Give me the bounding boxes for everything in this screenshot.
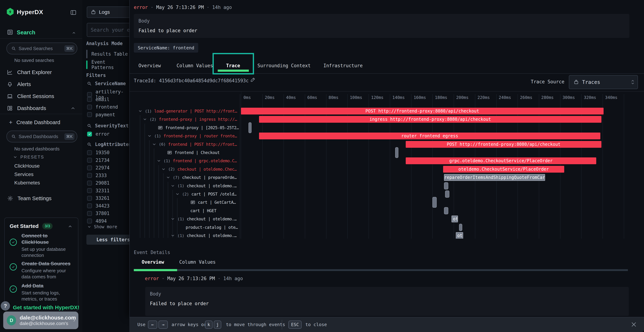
span-bar[interactable]: ot — [452, 216, 458, 222]
show-more-toggle[interactable]: Show more — [87, 224, 117, 229]
search-icon[interactable] — [87, 81, 92, 86]
source-select[interactable]: Logs — [87, 6, 129, 18]
close-icon[interactable] — [630, 321, 638, 328]
filter-option-frontend[interactable]: frontend — [87, 104, 118, 110]
span-marker[interactable] — [444, 207, 448, 214]
tab-overview[interactable]: Overview — [138, 63, 161, 68]
filter-option-email[interactable]: email — [87, 97, 110, 102]
filter-option-21734[interactable]: 21734 — [87, 158, 110, 163]
sidebar-item-alerts[interactable]: Alerts — [0, 78, 82, 90]
help-button[interactable]: ? — [1, 301, 10, 310]
log-event-marker[interactable] — [432, 197, 437, 208]
span-row-checkout-oteldemo[interactable]: (1)checkout | oteldemo.… — [134, 182, 236, 190]
checkbox[interactable] — [87, 97, 92, 102]
filter-option-4894[interactable]: 4894 — [87, 218, 107, 224]
less-filters-button[interactable]: Less filters — [86, 235, 129, 245]
span-bar[interactable]: prepareOrderItemsAndShippingQuoteFromCar… — [444, 174, 545, 181]
span-row-cart-hget[interactable]: cart | HGET — [134, 206, 216, 215]
checkbox[interactable] — [87, 105, 92, 110]
checkbox[interactable] — [87, 158, 92, 162]
get-started-chevron-up-icon[interactable] — [68, 224, 73, 229]
event-details-tab-overview[interactable]: Overview — [142, 260, 164, 265]
checkbox[interactable] — [87, 188, 92, 193]
checkbox[interactable] — [87, 92, 92, 97]
span-row-cart-getcarta[interactable]: cart | GetCartA… — [134, 198, 236, 206]
chevron-down-icon[interactable] — [166, 175, 170, 180]
span-marker[interactable] — [459, 224, 462, 231]
sidebar-item-dashboards[interactable]: Dashboards — [0, 102, 82, 114]
filter-option-error[interactable]: error — [87, 131, 110, 137]
span-bar-error[interactable]: ingress http://frontend-proxy:8080/api/c… — [259, 116, 602, 123]
span-row-cart-post-oteld[interactable]: (2)cart | POST /oteld… — [134, 190, 236, 198]
collapse-sidebar-icon[interactable] — [70, 9, 76, 16]
checkbox[interactable] — [87, 166, 92, 170]
log-event-marker[interactable] — [395, 147, 398, 158]
chevron-down-icon[interactable] — [157, 159, 161, 163]
span-bar[interactable]: ot — [456, 232, 463, 238]
presets-toggle[interactable]: PRESETS — [13, 154, 44, 160]
chevron-down-icon[interactable] — [171, 184, 175, 188]
checkbox[interactable] — [87, 173, 92, 178]
span-row-product-catalog-ote[interactable]: product-catalog | ote… — [134, 223, 238, 232]
tab-infrastructure[interactable]: Infrastructure — [324, 63, 362, 68]
event-search-input[interactable]: Search your ev — [87, 23, 129, 37]
checkbox[interactable] — [87, 218, 92, 224]
checkbox[interactable] — [87, 132, 92, 136]
search-section-chevron-up-icon[interactable] — [71, 31, 76, 35]
chevron-down-icon[interactable] — [148, 134, 152, 138]
tab-surrounding-context[interactable]: Surrounding Context — [258, 63, 310, 68]
filter-option-2333[interactable]: 2333 — [87, 173, 107, 178]
filter-option-32311[interactable]: 32311 — [87, 188, 110, 193]
span-row-frontend-proxy-router[interactable]: (1)frontend-proxy | router fronte… — [134, 132, 237, 140]
checkbox[interactable] — [87, 112, 92, 117]
chevron-down-icon[interactable] — [138, 109, 142, 113]
span-bar-error[interactable]: POST http://frontend-proxy:8080/api/chec… — [406, 141, 602, 148]
span-bar-error[interactable]: grpc.oteldemo.CheckoutService/PlaceOrder — [406, 158, 596, 164]
span-bar-error[interactable]: oteldemo.CheckoutService/PlaceOrder — [443, 166, 564, 172]
checkbox[interactable] — [87, 211, 92, 216]
sidebar-item-search[interactable]: Search — [17, 29, 35, 36]
filter-option-33261[interactable]: 33261 — [87, 196, 110, 201]
checkbox[interactable] — [87, 204, 92, 208]
tab-column-values[interactable]: Column Values — [176, 63, 213, 68]
checkbox[interactable] — [87, 196, 92, 201]
saved-searches-input[interactable]: Saved Searches ⌘K — [6, 42, 77, 54]
sidebar-item-team-settings[interactable]: Team Settings — [7, 195, 52, 202]
service-name-chip[interactable]: ServiceName: frontend — [134, 43, 198, 52]
span-row-checkout-oteldemo[interactable]: (1)checkout | oteldemo.… — [134, 215, 236, 223]
span-row-checkout-oteldemo-chec[interactable]: (2)checkout | oteldemo.Chec… — [134, 165, 237, 173]
analysis-mode-results-table[interactable]: Results Table — [86, 50, 128, 58]
create-dashboard-button[interactable]: + Create Dashboard — [9, 119, 60, 126]
filter-option-payment[interactable]: payment — [87, 112, 115, 117]
user-menu[interactable]: D dale@clickhouse.com dale@clickhouse.co… — [3, 312, 78, 329]
preset-clickhouse[interactable]: ClickHouse — [14, 163, 40, 169]
span-row-checkout-oteldemo[interactable]: (1)checkout | oteldemo.… — [134, 232, 236, 238]
span-bar-error[interactable]: POST http://frontend-proxy:8080/api/chec… — [241, 108, 604, 114]
chevron-down-icon[interactable] — [161, 167, 166, 171]
chevron-down-icon[interactable] — [171, 234, 175, 238]
analysis-mode-event-patterns[interactable]: Event Patterns — [86, 60, 129, 70]
span-marker[interactable] — [445, 190, 449, 198]
span-marker[interactable] — [444, 182, 448, 190]
search-icon[interactable] — [87, 142, 92, 147]
chevron-down-icon[interactable] — [143, 117, 147, 122]
sidebar-item-chart-explorer[interactable]: Chart Explorer — [0, 66, 82, 78]
checkbox[interactable] — [87, 150, 92, 155]
chevron-down-icon[interactable] — [175, 192, 180, 196]
filter-option-22974[interactable]: 22974 — [87, 165, 110, 170]
filter-option-29081[interactable]: 29081 — [87, 180, 110, 186]
edit-pencil-icon[interactable] — [250, 76, 256, 83]
span-row-frontend-post-http-f[interactable]: (6)frontend | POST http://front… — [134, 140, 237, 148]
chevron-down-icon[interactable] — [152, 142, 156, 146]
span-row-checkout-prepareorde[interactable]: (7)checkout | prepareOrde… — [134, 173, 237, 182]
span-row-frontend-proxy-2025-0[interactable]: frontend-proxy | [2025-05-25T2… — [134, 124, 239, 132]
checkbox[interactable] — [87, 181, 92, 186]
saved-dashboards-input[interactable]: Saved Dashboards ⌘K — [6, 130, 77, 142]
span-row-frontend-grpc-oteldemo[interactable]: (1)frontend | grpc.oteldemo.C… — [134, 157, 237, 165]
log-event-marker[interactable] — [248, 122, 252, 133]
preset-kubernetes[interactable]: Kubernetes — [14, 180, 40, 186]
span-row-frontend-checkout[interactable]: frontend | Checkout — [134, 148, 220, 157]
trace-source-select[interactable]: Traces — [569, 75, 638, 89]
span-bar-error[interactable]: router frontend egress — [259, 132, 600, 139]
span-row-load-generator-post-ht[interactable]: (1)load-generator | POST http://front… — [134, 107, 237, 115]
